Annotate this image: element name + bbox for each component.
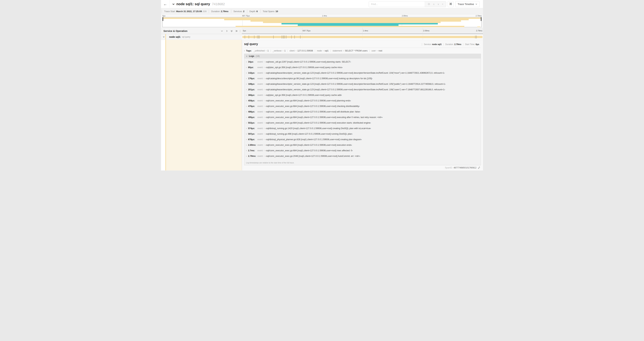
collapse-all-icon[interactable]	[230, 30, 233, 32]
log-timestamp: 201μs:	[248, 88, 258, 91]
log-expand-chevron-icon[interactable]: ›	[246, 61, 247, 63]
meta-label: Start Time:	[465, 43, 475, 46]
tags-row[interactable]: › Tags: _unfinished = 1 _verbose = 1 cl	[244, 49, 481, 52]
collapse-one-icon[interactable]	[221, 30, 223, 32]
span-duration-bar[interactable]	[242, 36, 482, 38]
minimap-canvas[interactable]	[162, 17, 482, 27]
log-field-name: event	[258, 122, 263, 124]
service-color-strip	[165, 34, 166, 40]
trace-title-group[interactable]: node sql1: sql query 7418682	[172, 2, 225, 6]
log-expand-chevron-icon[interactable]: ›	[246, 122, 247, 124]
tags-expand-chevron-icon[interactable]: ›	[244, 49, 245, 52]
keyboard-shortcuts-button[interactable]: ⌘	[448, 1, 454, 7]
viewport-scrubber-right[interactable]	[481, 17, 482, 21]
log-expand-chevron-icon[interactable]: ›	[246, 149, 247, 152]
log-row[interactable]: › 176μs: event = ‹sql/catalog/descs/desc…	[246, 76, 481, 81]
find-next-icon[interactable]: ∨	[438, 3, 439, 5]
log-row[interactable]: › 201μs: event = ‹sql/catalog/lease/desc…	[246, 87, 481, 92]
equals-sign: =	[264, 150, 265, 152]
log-field-name: event	[258, 111, 263, 113]
tag-value: SELECT * FROM users	[345, 50, 368, 52]
collapse-trace-chevron-icon[interactable]	[172, 3, 175, 6]
log-row[interactable]: › 2.79ms: event = ‹sql/conn_executor_exe…	[246, 153, 481, 159]
log-expand-chevron-icon[interactable]: ›	[246, 105, 247, 107]
equals-sign: =	[264, 122, 265, 124]
log-row[interactable]: › 459μs: event = ‹sql/conn_executor_exec…	[246, 98, 481, 103]
equals-sign: =	[264, 155, 265, 157]
log-expand-chevron-icon[interactable]: ›	[246, 77, 247, 80]
span-meta-item: Service: node sql1	[422, 43, 443, 46]
log-expand-chevron-icon[interactable]: ›	[246, 72, 247, 74]
log-row[interactable]: › 2.7ms: event = ‹sql/conn_executor_exec…	[246, 148, 481, 153]
log-field-name: event	[258, 144, 263, 146]
log-field-name: event	[258, 77, 263, 80]
log-event-value: ‹sql/catalog/lease/descriptor_version_st…	[266, 88, 445, 91]
view-selector-label: Trace Timeline	[458, 3, 474, 6]
tag-key: _unfinished	[254, 50, 265, 52]
minimap-span-bar	[224, 19, 469, 20]
log-marker	[285, 35, 285, 39]
equals-sign: =	[264, 133, 265, 135]
log-expand-chevron-icon[interactable]: ›	[246, 100, 247, 102]
deep-link-icon[interactable]	[478, 167, 480, 169]
log-expand-chevron-icon[interactable]: ›	[246, 116, 247, 119]
trace-summary-item: Duration 2.79ms	[209, 10, 231, 13]
log-row[interactable]: › 574μs: event = ‹sql/distsql_running.go…	[246, 126, 481, 131]
log-expand-chevron-icon[interactable]: ›	[246, 83, 247, 85]
log-field-name: event	[258, 133, 263, 135]
service-color-strip	[165, 40, 166, 171]
log-field-name: event	[258, 155, 263, 157]
equals-sign: =	[343, 50, 344, 52]
span-row-timeline[interactable]	[242, 34, 483, 40]
log-row[interactable]: › 597μs: event = ‹sql/distsql_running.go…	[246, 131, 481, 137]
log-row[interactable]: › 502μs: event = ‹sql/conn_executor_exec…	[246, 120, 481, 126]
equals-sign: =	[296, 50, 296, 52]
log-expand-chevron-icon[interactable]: ›	[246, 138, 247, 141]
service-operation-header: Service & Operation	[161, 28, 242, 34]
span-row-label[interactable]: node sql1 sql query	[161, 34, 242, 40]
log-expand-chevron-icon[interactable]: ›	[246, 133, 247, 135]
log-row[interactable]: › 80μs: event = ‹sql/plan_opt.go:358 [ns…	[246, 65, 481, 70]
log-event-value: ‹sql/distsql_running.go:498 [nsql1,clien…	[266, 133, 353, 135]
view-selector-dropdown[interactable]: Trace Timeline	[455, 1, 480, 7]
locate-icon[interactable]	[428, 3, 430, 5]
viewport-scrubber-left[interactable]	[162, 17, 163, 21]
log-row[interactable]: › 495μs: event = ‹sql/conn_executor_exec…	[246, 115, 481, 120]
log-row[interactable]: › 189μs: event = ‹sql/catalog/lease/desc…	[246, 81, 481, 87]
log-expand-chevron-icon[interactable]: ›	[246, 111, 247, 113]
log-timestamp: 2.79ms:	[248, 155, 258, 157]
back-arrow-icon: ←	[164, 2, 167, 7]
log-expand-chevron-icon[interactable]: ›	[246, 144, 247, 146]
expand-one-icon[interactable]	[226, 30, 228, 32]
timeline-tick-label: 0μs	[243, 30, 246, 32]
log-row[interactable]: › 486μs: event = ‹sql/conn_executor_exec…	[246, 109, 481, 115]
log-row[interactable]: › 678μs: event = ‹sql/distsql_physical_p…	[246, 137, 481, 142]
log-row[interactable]: › 2.69ms: event = ‹sql/conn_executor_exe…	[246, 142, 481, 148]
log-field-name: event	[258, 116, 263, 119]
log-expand-chevron-icon[interactable]: ›	[246, 155, 247, 157]
column-resize-handle[interactable]	[240, 28, 241, 34]
timeline-gridline	[302, 28, 302, 34]
tag-value: sql1	[324, 50, 328, 52]
log-expand-chevron-icon[interactable]: ›	[246, 94, 247, 96]
log-expand-chevron-icon[interactable]: ›	[246, 88, 247, 91]
log-event-value: ‹sql/conn_executor_exec.go:2046 [nsql1,c…	[266, 155, 360, 157]
logs-count: (18)	[256, 55, 260, 57]
log-expand-chevron-icon[interactable]: ›	[246, 127, 247, 130]
back-button[interactable]: ←	[161, 0, 170, 8]
log-row[interactable]: › 142μs: event = ‹sql/catalog/lease/desc…	[246, 70, 481, 76]
span-row[interactable]: node sql1 sql query	[161, 34, 483, 40]
log-timestamp: 34μs:	[248, 61, 258, 63]
span-collapse-chevron-icon[interactable]	[163, 36, 165, 38]
log-row[interactable]: › 366μs: event = ‹sql/plan_opt.go:358 [n…	[246, 92, 481, 98]
expand-all-icon[interactable]	[235, 30, 238, 32]
find-prev-icon[interactable]: ∧	[433, 3, 435, 5]
summary-label: Services	[234, 10, 242, 13]
find-clear-icon[interactable]: ×	[442, 3, 443, 5]
find-input[interactable]	[369, 2, 425, 7]
logs-collapse-chevron-icon[interactable]: ∨	[246, 55, 248, 57]
logs-header[interactable]: ∨ Logs (18)	[244, 54, 481, 58]
log-row[interactable]: › 34μs: event = ‹sql/exec_util.go:2297 […	[246, 59, 481, 65]
log-row[interactable]: › 476μs: event = ‹sql/conn_executor_exec…	[246, 103, 481, 109]
log-expand-chevron-icon[interactable]: ›	[246, 66, 247, 69]
